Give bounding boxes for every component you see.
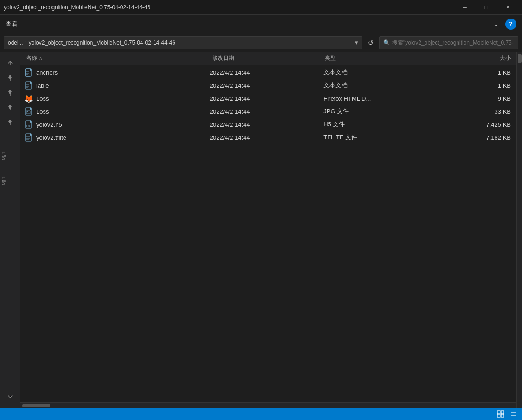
svg-point-23 (27, 111, 28, 112)
horizontal-scrollbar[interactable] (20, 402, 516, 408)
file-type: JPG 文件 (322, 107, 435, 116)
column-type-header[interactable]: 类型 (323, 54, 436, 62)
file-list: anchors 2022/4/2 14:44 文本文档 1 KB (20, 65, 516, 402)
svg-rect-30 (497, 411, 500, 414)
status-bar (0, 408, 522, 420)
file-date: 2022/4/2 14:44 (208, 82, 322, 89)
table-row[interactable]: anchors 2022/4/2 14:44 文本文档 1 KB (20, 66, 516, 79)
file-type: 文本文档 (322, 81, 435, 90)
grid-icon (497, 410, 504, 418)
file-txt-icon (24, 68, 33, 77)
file-name: anchors (36, 69, 58, 76)
breadcrumb-dropdown-icon[interactable]: ▾ (355, 39, 358, 46)
file-name-cell: yolov2.tflite (24, 133, 208, 142)
breadcrumb-container[interactable]: odel... › yolov2_object_recognition_Mobi… (4, 36, 362, 49)
title-bar-controls: ─ □ ✕ (454, 0, 518, 15)
close-button[interactable]: ✕ (497, 0, 518, 15)
file-type: 文本文档 (322, 68, 435, 77)
sort-arrow-icon: ∧ (39, 56, 42, 61)
file-type: Firefox HTML D... (322, 95, 435, 102)
search-box: 🔍 (379, 36, 518, 49)
file-h5-icon: H5 (24, 120, 33, 129)
sidebar-pin-3[interactable] (0, 100, 20, 115)
file-name: Loss (36, 95, 49, 102)
svg-rect-31 (501, 411, 504, 414)
title-bar-text: yolov2_object_recognition_MobileNet_0.75… (4, 4, 454, 11)
table-row[interactable]: Loss 2022/4/2 14:44 JPG 文件 33 KB (20, 105, 516, 118)
table-row[interactable]: lable 2022/4/2 14:44 文本文档 1 KB (20, 79, 516, 92)
main-layout: ognl ognl 名称 ∧ 修改日期 类型 大小 (0, 52, 522, 408)
view-list-icon[interactable] (509, 409, 518, 419)
file-tflite-icon (24, 133, 33, 142)
vertical-scrollbar[interactable] (516, 52, 522, 408)
svg-rect-33 (501, 414, 504, 417)
down-icon (7, 394, 13, 400)
sidebar: ognl ognl (0, 52, 20, 408)
breadcrumb-current: yolov2_object_recognition_MobileNet_0.75… (29, 39, 175, 46)
search-icon: 🔍 (383, 39, 390, 46)
file-name: yolov2.tflite (36, 134, 66, 141)
nav-truncated-label-1[interactable]: ognl (0, 144, 20, 167)
file-date: 2022/4/2 14:44 (208, 95, 322, 102)
nav-truncated-items: ognl ognl (0, 130, 20, 389)
file-html-icon: 🦊 (24, 94, 33, 103)
file-name-cell: anchors (24, 68, 208, 77)
file-date: 2022/4/2 14:44 (208, 69, 322, 76)
svg-text:H5: H5 (26, 124, 30, 127)
file-date: 2022/4/2 14:44 (208, 108, 322, 115)
title-bar: yolov2_object_recognition_MobileNet_0.75… (0, 0, 522, 15)
file-jpg-icon (24, 107, 33, 116)
table-row[interactable]: H5 yolov2.h5 2022/4/2 14:44 H5 文件 7,425 … (20, 118, 516, 131)
file-size: 7,425 KB (436, 121, 513, 128)
nav-truncated-label-2[interactable]: ognl (0, 169, 20, 192)
svg-rect-32 (497, 414, 500, 417)
refresh-button[interactable]: ↺ (364, 36, 377, 49)
view-label: 查看 (6, 20, 18, 28)
file-name: lable (36, 82, 49, 89)
file-name-cell: 🦊 Loss (24, 94, 208, 103)
view-grid-icon[interactable] (496, 409, 505, 419)
column-size-header[interactable]: 大小 (436, 54, 513, 62)
sidebar-pin-2[interactable] (0, 85, 20, 100)
column-date-header[interactable]: 修改日期 (210, 54, 323, 62)
help-button[interactable]: ? (505, 19, 516, 30)
minimize-button[interactable]: ─ (454, 0, 476, 15)
pin-icon-1 (7, 75, 13, 81)
file-size: 33 KB (436, 108, 513, 115)
file-name: yolov2.h5 (36, 121, 62, 128)
file-txt-icon (24, 81, 33, 90)
table-row[interactable]: yolov2.tflite 2022/4/2 14:44 TFLITE 文件 7… (20, 131, 516, 144)
column-name-header[interactable]: 名称 ∧ (24, 54, 210, 62)
address-bar: odel... › yolov2_object_recognition_Mobi… (0, 33, 522, 52)
sidebar-scroll-down[interactable] (0, 389, 20, 404)
scroll-thumb-horizontal[interactable] (22, 404, 50, 407)
sidebar-pin-4[interactable] (0, 115, 20, 130)
sidebar-pin-1[interactable] (0, 71, 20, 85)
breadcrumb-separator: › (25, 39, 27, 46)
file-name: Loss (36, 108, 49, 115)
up-icon (7, 60, 13, 66)
search-input[interactable] (392, 39, 514, 46)
scroll-thumb-vertical[interactable] (518, 54, 522, 63)
table-row[interactable]: 🦊 Loss 2022/4/2 14:44 Firefox HTML D... … (20, 92, 516, 105)
chevron-down-button[interactable]: ⌄ (490, 18, 503, 31)
file-size: 7,182 KB (436, 134, 513, 141)
toolbar-right: ⌄ ? (490, 18, 516, 31)
pin-icon-3 (7, 104, 13, 111)
status-right (496, 409, 518, 419)
file-type: TFLITE 文件 (322, 133, 435, 142)
file-date: 2022/4/2 14:44 (208, 134, 322, 141)
file-size: 1 KB (436, 69, 513, 76)
content-area: 名称 ∧ 修改日期 类型 大小 (20, 52, 516, 408)
pin-icon-4 (7, 119, 13, 126)
file-name-cell: lable (24, 81, 208, 90)
file-name-cell: Loss (24, 107, 208, 116)
file-size: 9 KB (436, 95, 513, 102)
file-type: H5 文件 (322, 120, 435, 129)
maximize-button[interactable]: □ (476, 0, 497, 15)
sidebar-nav-up[interactable] (0, 56, 20, 71)
file-name-cell: H5 yolov2.h5 (24, 120, 208, 129)
file-date: 2022/4/2 14:44 (208, 121, 322, 128)
pin-icon-2 (7, 90, 13, 96)
list-icon (510, 410, 517, 418)
